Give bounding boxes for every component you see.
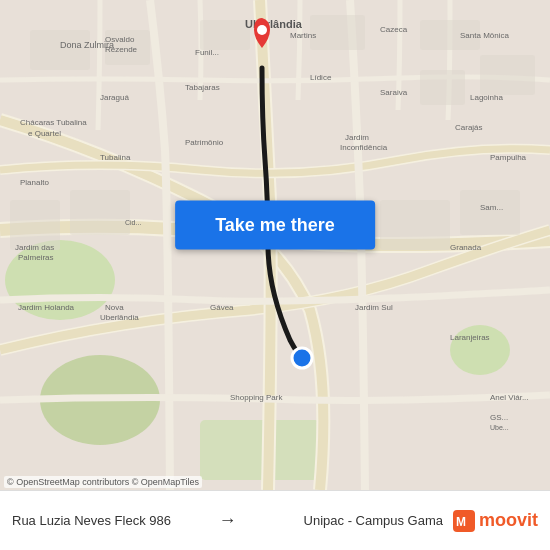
svg-point-57 [292,348,312,368]
svg-text:Uberlândia: Uberlândia [245,18,303,30]
svg-text:Cid...: Cid... [125,219,141,226]
svg-rect-5 [30,30,90,70]
footer-origin: Rua Luzia Neves Fleck 986 [12,513,209,528]
svg-text:Jardim das: Jardim das [15,243,54,252]
svg-rect-8 [310,15,365,50]
svg-text:Inconfidência: Inconfidência [340,143,388,152]
svg-text:Lídice: Lídice [310,73,332,82]
svg-text:Planalto: Planalto [20,178,49,187]
svg-rect-7 [200,20,250,50]
svg-text:Gávea: Gávea [210,303,234,312]
map-container: Uberlândia Dona Zulmira Osvaldo Rezende … [0,0,550,490]
svg-text:Sam...: Sam... [480,203,503,212]
osm-credit: © OpenStreetMap contributors © OpenMapTi… [4,476,202,488]
svg-rect-13 [70,190,130,235]
arrow-icon: → [209,510,247,531]
svg-text:Santa Mônica: Santa Mônica [460,31,509,40]
svg-text:Carajás: Carajás [455,123,483,132]
svg-text:Funil...: Funil... [195,48,219,57]
svg-rect-4 [200,420,320,480]
svg-text:Lagoinha: Lagoinha [470,93,503,102]
svg-text:Saraiva: Saraiva [380,88,408,97]
svg-text:Jaraguá: Jaraguá [100,93,129,102]
svg-text:Rezende: Rezende [105,45,138,54]
svg-rect-11 [420,70,465,105]
svg-text:Tabajaras: Tabajaras [185,83,220,92]
svg-text:Ube...: Ube... [490,424,509,431]
take-me-there-button[interactable]: Take me there [175,201,375,250]
svg-text:Nova: Nova [105,303,124,312]
svg-rect-14 [380,200,450,250]
svg-text:Palmeiras: Palmeiras [18,253,54,262]
svg-text:GS...: GS... [490,413,508,422]
svg-text:Pampulha: Pampulha [490,153,527,162]
svg-rect-15 [460,190,520,235]
svg-text:Patrimônio: Patrimônio [185,138,224,147]
svg-text:Laranjeiras: Laranjeiras [450,333,490,342]
moovit-logo: M moovit [453,510,538,532]
svg-text:Granada: Granada [450,243,482,252]
svg-text:Jardim: Jardim [345,133,369,142]
svg-text:Jardim Holanda: Jardim Holanda [18,303,75,312]
svg-text:Tubalina: Tubalina [100,153,131,162]
svg-text:M: M [456,515,466,529]
moovit-icon: M [453,510,475,532]
svg-text:Chácaras Tubalina: Chácaras Tubalina [20,118,87,127]
footer: Rua Luzia Neves Fleck 986 → Unipac - Cam… [0,490,550,550]
svg-text:Osvaldo: Osvaldo [105,35,135,44]
footer-destination: Unipac - Campus Gama [247,513,444,528]
svg-text:Cazeca: Cazeca [380,25,408,34]
svg-text:Jardim Sul: Jardim Sul [355,303,393,312]
destination-label: Unipac - Campus Gama [304,513,443,528]
svg-point-56 [257,25,267,35]
svg-text:Anel Viár...: Anel Viár... [490,393,529,402]
moovit-text: moovit [479,510,538,531]
svg-text:Shopping Park: Shopping Park [230,393,283,402]
svg-rect-10 [480,55,535,95]
svg-text:Martins: Martins [290,31,316,40]
svg-text:Uberlândia: Uberlândia [100,313,139,322]
origin-label: Rua Luzia Neves Fleck 986 [12,513,209,528]
svg-text:e Quartel: e Quartel [28,129,61,138]
